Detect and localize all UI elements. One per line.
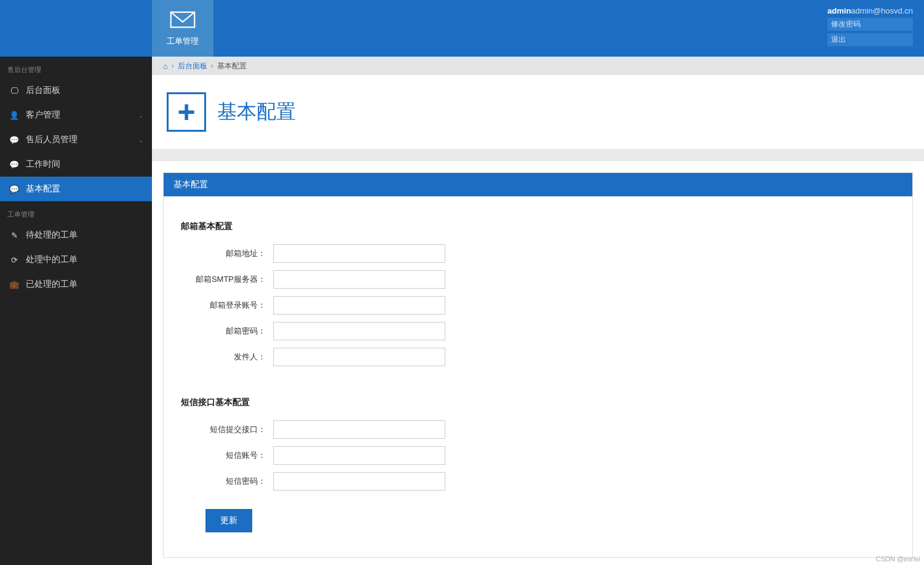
topbar-user-area: adminadmin@hosvd.cn 修改密码 退出 [827,0,924,57]
config-panel: 基本配置 邮箱基本配置 邮箱地址： 邮箱SMTP服务器： 邮箱登录账号： 邮箱密… [163,172,913,558]
pencil-icon: ✎ [9,231,20,240]
sidebar-item-label: 客户管理 [26,110,60,121]
sidebar-item-label: 售后人员管理 [26,134,78,145]
chat-icon: 💬 [9,185,20,194]
input-login[interactable] [273,296,445,315]
page-header: + 基本配置 [152,75,924,149]
row-login: 邮箱登录账号： [181,296,895,315]
sidebar-item-staff[interactable]: 💬 售后人员管理 ⌄ [0,127,152,152]
section-email: 邮箱基本配置 [181,221,895,232]
input-email-addr[interactable] [273,244,445,263]
chevron-down-icon: ⌄ [138,137,143,143]
mail-icon [170,10,196,31]
label-password: 邮箱密码： [181,326,273,337]
input-sms-account[interactable] [273,446,445,465]
refresh-icon: ⟳ [9,255,20,265]
submit-row: 更新 [181,509,895,532]
module-label: 工单管理 [167,36,199,47]
sidebar-item-done[interactable]: 💼 已处理的工单 [0,272,152,297]
chevron-down-icon: ⌄ [138,112,143,119]
breadcrumb-sep: › [172,62,174,70]
label-sms-account: 短信账号： [181,450,273,461]
panel-title: 基本配置 [164,173,912,196]
breadcrumb-sep: › [211,62,213,70]
chat-icon: 💬 [9,160,20,169]
label-sender: 发件人： [181,351,273,363]
briefcase-icon: 💼 [9,280,20,289]
sidebar-item-label: 基本配置 [26,183,60,194]
sidebar-item-label: 处理中的工单 [26,254,78,265]
row-password: 邮箱密码： [181,322,895,340]
label-email-addr: 邮箱地址： [181,248,273,259]
page-title: 基本配置 [217,98,296,126]
input-smtp[interactable] [273,270,445,289]
sidebar-item-pending[interactable]: ✎ 待处理的工单 [0,223,152,247]
home-icon[interactable]: ⌂ [163,62,168,71]
section-sms: 短信接口基本配置 [181,397,895,408]
user-info: adminadmin@hosvd.cn [827,6,913,15]
module-tab-ticket[interactable]: 工单管理 [152,0,213,57]
divider [152,149,924,161]
panel-body: 邮箱基本配置 邮箱地址： 邮箱SMTP服务器： 邮箱登录账号： 邮箱密码： [164,196,912,557]
input-sms-api[interactable] [273,420,445,439]
topbar-spacer [0,0,152,57]
user-name: admin [827,6,851,15]
update-button[interactable]: 更新 [205,509,252,532]
row-sms-pw: 短信密码： [181,472,895,491]
row-sender: 发件人： [181,348,895,366]
row-sms-account: 短信账号： [181,446,895,465]
sidebar-item-customers[interactable]: 👤 客户管理 ⌄ [0,103,152,127]
sidebar-item-label: 工作时间 [26,159,60,170]
sidebar-group-1: 售后台管理 [0,57,152,78]
row-smtp: 邮箱SMTP服务器： [181,270,895,289]
sidebar-item-label: 已处理的工单 [26,279,78,290]
logout-link[interactable]: 退出 [827,33,913,46]
plus-icon: + [167,92,206,132]
input-sender[interactable] [273,348,445,366]
sidebar-item-inprogress[interactable]: ⟳ 处理中的工单 [0,247,152,272]
input-password[interactable] [273,322,445,340]
watermark: CSDN @esrfei [876,555,920,563]
row-sms-api: 短信提交接口： [181,420,895,439]
label-login: 邮箱登录账号： [181,300,273,311]
sidebar-item-dashboard[interactable]: 🖵 后台面板 [0,78,152,103]
breadcrumb: ⌂ › 后台面板 › 基本配置 [152,57,924,75]
sidebar-item-basic-config[interactable]: 💬 基本配置 [0,177,152,201]
sidebar-group-2: 工单管理 [0,201,152,223]
main-content: ⌂ › 后台面板 › 基本配置 + 基本配置 基本配置 邮箱基本配置 邮箱地址：… [152,57,924,565]
label-sms-pw: 短信密码： [181,476,273,487]
sidebar-item-worktime[interactable]: 💬 工作时间 [0,152,152,177]
chat-icon: 💬 [9,135,20,145]
breadcrumb-link-dashboard[interactable]: 后台面板 [178,61,207,71]
label-smtp: 邮箱SMTP服务器： [181,274,273,285]
sidebar: 售后台管理 🖵 后台面板 👤 客户管理 ⌄ 💬 售后人员管理 ⌄ 💬 工作时间 … [0,57,152,565]
sidebar-item-label: 待处理的工单 [26,230,78,241]
sidebar-item-label: 后台面板 [26,85,60,96]
breadcrumb-current: 基本配置 [217,61,247,71]
user-email: admin@hosvd.cn [851,6,913,15]
topbar: 工单管理 adminadmin@hosvd.cn 修改密码 退出 [0,0,924,57]
input-sms-pw[interactable] [273,472,445,491]
row-email-addr: 邮箱地址： [181,244,895,263]
user-icon: 👤 [9,111,20,120]
label-sms-api: 短信提交接口： [181,424,273,435]
change-password-link[interactable]: 修改密码 [827,18,913,31]
desktop-icon: 🖵 [9,86,20,95]
